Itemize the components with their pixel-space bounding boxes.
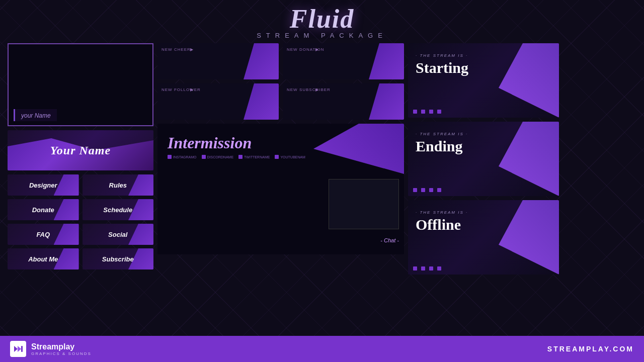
- chat-label: - Chat -: [380, 237, 399, 243]
- new-cheer-label: NEW CHEER: [162, 47, 191, 52]
- new-subscriber-label: NEW SUBSCRIBER: [287, 87, 331, 92]
- donate-button-label: Donate: [32, 206, 54, 214]
- new-donation-arrow: ▶: [315, 47, 318, 52]
- middle-column: NEW CHEER ▶ NEW DONATION ▶ NEW FOLLOWER …: [157, 43, 404, 275]
- starting-title: Starting: [416, 59, 468, 76]
- new-subscriber-card: NEW SUBSCRIBER ▶: [283, 83, 404, 120]
- o-discord-icon: [421, 266, 425, 270]
- o-twitter-icon: [429, 266, 433, 270]
- footer-brand-sub: GRAPHICS & SOUNDS: [31, 351, 92, 356]
- starting-wave: [499, 43, 559, 118]
- streamplay-logo: [10, 341, 26, 357]
- s-twitter-icon: [429, 110, 433, 114]
- ending-discord-icon: [421, 188, 425, 192]
- designer-button[interactable]: Designer: [8, 174, 79, 196]
- streamplay-logo-icon: [13, 343, 24, 354]
- youtube-name: YOUTUBENAM: [280, 155, 305, 159]
- footer-brand-text: Streamplay GRAPHICS & SOUNDS: [31, 342, 92, 356]
- designer-button-label: Designer: [29, 182, 57, 189]
- new-donation-label: NEW DONATION: [287, 47, 325, 52]
- buttons-grid: Designer Rules Donate Schedule FAQ Socia…: [8, 174, 153, 269]
- alerts-row-top: NEW CHEER ▶ NEW DONATION ▶: [157, 43, 404, 79]
- social-item-discord: DISCORDNAME: [202, 155, 234, 159]
- footer: Streamplay GRAPHICS & SOUNDS STREAMPLAY.…: [0, 336, 644, 362]
- social-item-youtube: YOUTUBENAM: [275, 155, 305, 159]
- footer-brand: Streamplay GRAPHICS & SOUNDS: [10, 341, 92, 357]
- ending-twitter-icon: [429, 188, 433, 192]
- youtube-icon: [275, 155, 279, 159]
- o-instagram-icon: [413, 266, 417, 270]
- webcam-overlay: your Name: [8, 43, 153, 126]
- instagram-name: INSTAGRAMO: [173, 155, 197, 159]
- intermission-wave: [313, 124, 404, 174]
- intermission-panel: Intermission INSTAGRAMO DISCORDNAME TWIT…: [157, 124, 404, 254]
- e-discord-icon: [421, 188, 425, 192]
- faq-button-label: FAQ: [36, 231, 50, 238]
- social-button[interactable]: Social: [83, 224, 154, 245]
- starting-twitter-icon: [429, 110, 433, 114]
- starting-label: · THE STREAM IS ·: [416, 53, 468, 58]
- faq-button[interactable]: FAQ: [8, 224, 79, 245]
- left-column: your Name Your Name Designer Rules Donat…: [8, 43, 153, 275]
- new-follower-label: NEW FOLLOWER: [162, 87, 201, 92]
- chat-box: [329, 179, 399, 229]
- name-panel-text: Your Name: [50, 144, 111, 157]
- footer-url: STREAMPLAY.COM: [547, 345, 634, 353]
- subscribe-button[interactable]: Subscribe: [83, 248, 154, 269]
- social-button-label: Social: [108, 231, 127, 238]
- main-grid: your Name Your Name Designer Rules Donat…: [0, 39, 644, 275]
- webcam-name-bar: your Name: [14, 109, 57, 121]
- schedule-button-label: Schedule: [103, 206, 132, 214]
- e-instagram-icon: [413, 188, 417, 192]
- new-donation-wave: [369, 43, 404, 79]
- about-button[interactable]: About Me: [8, 248, 79, 269]
- new-subscriber-wave: [369, 83, 404, 120]
- new-subscriber-arrow: ▶: [315, 87, 318, 92]
- new-donation-card: NEW DONATION ▶: [283, 43, 404, 79]
- new-cheer-wave: [244, 43, 279, 79]
- webcam-name-text: your Name: [21, 112, 51, 119]
- schedule-button[interactable]: Schedule: [83, 199, 154, 220]
- offline-label: · THE STREAM IS ·: [416, 210, 468, 215]
- donate-button[interactable]: Donate: [8, 199, 79, 220]
- ending-youtube-icon: [437, 188, 441, 192]
- footer-brand-name: Streamplay: [31, 342, 92, 351]
- e-youtube-icon: [437, 188, 441, 192]
- o-youtube-icon: [437, 266, 441, 270]
- rules-button-label: Rules: [109, 182, 127, 189]
- starting-instagram-icon: [413, 110, 417, 114]
- name-panel: Your Name: [8, 130, 153, 170]
- offline-discord-icon: [421, 266, 425, 270]
- social-item-instagram: INSTAGRAMO: [168, 155, 197, 159]
- discord-icon: [202, 155, 206, 159]
- new-follower-wave: [244, 83, 279, 120]
- starting-discord-icon: [421, 110, 425, 114]
- intermission-title: Intermission: [168, 134, 252, 152]
- offline-screen: · THE STREAM IS · Offline: [408, 200, 559, 275]
- social-item-twitter: TWITTERNAME: [238, 155, 270, 159]
- intermission-socials: INSTAGRAMO DISCORDNAME TWITTERNAME YOUTU…: [168, 155, 305, 159]
- new-follower-card: NEW FOLLOWER ▶: [157, 83, 279, 120]
- instagram-icon: [168, 155, 172, 159]
- starting-screen: · THE STREAM IS · Starting: [408, 43, 559, 118]
- new-cheer-card: NEW CHEER ▶: [157, 43, 279, 79]
- discord-name: DISCORDNAME: [207, 155, 234, 159]
- s-instagram-icon: [413, 110, 417, 114]
- ending-socials: [413, 188, 441, 192]
- offline-youtube-icon: [437, 266, 441, 270]
- offline-instagram-icon: [413, 266, 417, 270]
- svg-rect-0: [21, 346, 23, 352]
- right-column: · THE STREAM IS · Starting · THE STREAM …: [408, 43, 559, 275]
- about-button-label: About Me: [28, 255, 58, 263]
- starting-socials: [413, 110, 441, 114]
- new-cheer-arrow: ▶: [190, 47, 193, 52]
- e-twitter-icon: [429, 188, 433, 192]
- ending-instagram-icon: [413, 188, 417, 192]
- ending-title: Ending: [416, 138, 462, 155]
- new-follower-arrow: ▶: [190, 87, 193, 92]
- rules-button[interactable]: Rules: [83, 174, 154, 196]
- page-title: Fluid: [0, 4, 644, 34]
- ending-wave: [499, 122, 559, 196]
- offline-twitter-icon: [429, 266, 433, 270]
- s-youtube-icon: [437, 110, 441, 114]
